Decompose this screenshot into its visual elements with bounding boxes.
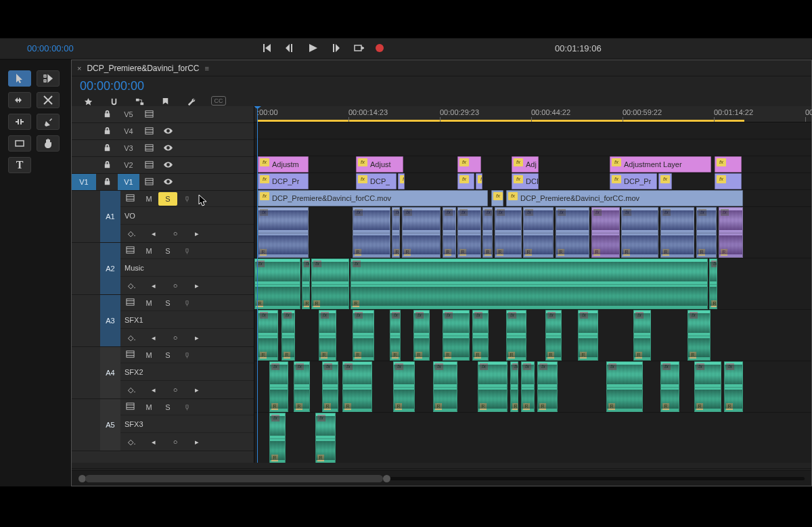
add-keyframe-icon[interactable]: ○ [169, 281, 181, 290]
track-target[interactable]: A2 [100, 243, 120, 294]
fx-badge-icon[interactable]: fx [478, 175, 482, 183]
audio-track-A4[interactable]: fxRfxRfxRfxRfxRfxRfxRfxRfxRfxRfxRfxRfxRf… [254, 361, 811, 413]
voice-record-icon[interactable]: 🎙 [177, 296, 196, 310]
add-keyframe-icon[interactable]: ○ [169, 386, 181, 394]
fx-badge-icon[interactable]: fx [260, 192, 269, 200]
sequence-tab-name[interactable]: DCP_Premiere&Davinci_forCC [87, 64, 199, 73]
audio-clip[interactable]: fxR [269, 413, 286, 463]
toggle-track-output-icon[interactable] [158, 177, 177, 187]
video-clip[interactable]: fxDCP_Pr [258, 173, 309, 189]
sync-lock-icon[interactable] [139, 177, 158, 187]
audio-clip[interactable]: fxR [478, 361, 508, 412]
audio-clip[interactable]: fxR [521, 361, 535, 412]
audio-clip[interactable]: fxR [660, 207, 694, 258]
track-select-fwd-icon[interactable] [37, 70, 60, 87]
audio-clip[interactable]: fxR [269, 361, 288, 412]
video-clip[interactable]: fx [491, 190, 503, 206]
video-track-header-V3[interactable]: V3 [72, 140, 254, 157]
keyframe-type-icon[interactable]: ◇. [126, 438, 138, 446]
prev-keyframe-icon[interactable]: ◂ [148, 334, 160, 342]
audio-clip[interactable]: fxR [258, 310, 278, 361]
track-target[interactable]: V2 [118, 161, 139, 169]
audio-clip[interactable]: fxR [482, 207, 493, 258]
video-clip[interactable]: fxDCP_Pr [610, 173, 657, 189]
track-target[interactable]: A3 [100, 295, 120, 346]
goto-in-icon[interactable] [261, 42, 273, 54]
rectangle-tool-icon[interactable] [8, 135, 31, 152]
voice-record-icon[interactable]: 🎙 [177, 348, 196, 362]
fx-badge-icon[interactable]: fx [358, 175, 367, 183]
time-ruler[interactable]: :00:0000:00:14:2300:00:29:2300:00:44:220… [254, 106, 811, 122]
fx-badge-icon[interactable]: fx [260, 158, 269, 166]
sync-lock-icon[interactable] [139, 110, 158, 120]
work-area-bar[interactable] [257, 120, 744, 122]
track-content-area[interactable]: fxAdjustmfxAdjustfxfxAdjfxAdjustment Lay… [254, 106, 811, 463]
track-target[interactable]: V4 [118, 127, 139, 135]
fx-badge-icon[interactable]: fx [717, 175, 726, 183]
audio-clip[interactable]: fxR [694, 361, 721, 412]
sync-lock-icon[interactable] [120, 350, 139, 360]
keyframe-type-icon[interactable]: ◇. [126, 334, 138, 342]
markers-icon[interactable] [160, 96, 171, 107]
video-track-V5[interactable] [254, 122, 811, 139]
sync-lock-icon[interactable] [120, 193, 139, 204]
audio-clip[interactable]: fxR [319, 310, 336, 361]
audio-clip[interactable]: fxR [687, 310, 710, 361]
video-clip[interactable]: fx [457, 156, 481, 173]
audio-clip[interactable]: fxR [506, 310, 526, 361]
export-frame-icon[interactable] [353, 42, 365, 54]
lock-icon[interactable] [96, 177, 118, 187]
video-clip[interactable]: fx [457, 173, 474, 189]
video-track-V3[interactable]: fxAdjustmfxAdjustfxfxAdjfxAdjustment Lay… [254, 156, 811, 173]
voice-record-icon[interactable]: 🎙 [177, 192, 196, 206]
add-keyframe-icon[interactable]: ○ [169, 334, 181, 342]
audio-clip[interactable]: fxR [353, 207, 390, 258]
video-clip[interactable]: fxDCP [512, 173, 539, 189]
track-target[interactable]: V1 [118, 174, 139, 190]
settings-wrench-icon[interactable] [185, 96, 196, 107]
audio-clip[interactable]: fxR [402, 207, 441, 258]
type-tool-icon[interactable]: T [8, 157, 31, 173]
audio-clip[interactable]: fxR [294, 361, 310, 412]
audio-clip[interactable]: fxR [660, 361, 679, 412]
voice-record-icon[interactable]: 🎙 [177, 400, 196, 414]
audio-track-header-A2[interactable]: A2MS🎙Music◇.◂○▸ [72, 243, 254, 295]
video-clip[interactable]: fxAdjust [356, 156, 403, 173]
video-clip[interactable]: fx [715, 156, 742, 173]
audio-clip[interactable]: fxR [433, 361, 457, 412]
track-target[interactable]: A5 [100, 399, 120, 451]
audio-clip[interactable]: fxR [315, 413, 336, 463]
fx-badge-icon[interactable]: fx [514, 158, 523, 166]
next-keyframe-icon[interactable]: ▸ [191, 438, 203, 446]
video-clip[interactable]: fxAdjustm [258, 156, 309, 173]
add-keyframe-icon[interactable]: ○ [169, 438, 181, 446]
mute-button[interactable]: M [139, 348, 158, 362]
fx-badge-icon[interactable]: fx [358, 158, 367, 166]
next-keyframe-icon[interactable]: ▸ [191, 334, 203, 342]
video-clip[interactable]: fx [715, 173, 742, 189]
fx-badge-icon[interactable]: fx [508, 192, 518, 200]
razor-tool-icon[interactable] [8, 114, 31, 130]
audio-clip[interactable]: fxR [322, 361, 338, 412]
fx-badge-icon[interactable]: fx [612, 175, 621, 183]
audio-clip[interactable]: fxR [393, 361, 415, 412]
audio-clip[interactable]: fxR [696, 207, 717, 258]
hand-tool-icon[interactable] [37, 135, 60, 152]
selection-tool-icon[interactable] [8, 70, 31, 87]
audio-track-A2[interactable]: fxRfxRfxRfxRfxR [254, 258, 811, 310]
audio-track-label[interactable]: Music [120, 259, 254, 277]
sync-lock-icon[interactable] [139, 160, 158, 170]
solo-button[interactable]: S [158, 400, 177, 414]
add-keyframe-icon[interactable]: ○ [169, 229, 181, 237]
track-target[interactable]: V3 [118, 144, 139, 152]
audio-clip[interactable]: fxR [258, 207, 309, 258]
play-icon[interactable] [307, 42, 319, 54]
close-tab-icon[interactable]: × [77, 64, 81, 72]
audio-clip[interactable]: fxR [390, 310, 401, 361]
fx-badge-icon[interactable]: fx [260, 175, 269, 183]
lock-icon[interactable] [96, 127, 118, 137]
audio-clip[interactable]: fxR [353, 310, 374, 361]
fx-badge-icon[interactable]: fx [400, 175, 405, 183]
prev-keyframe-icon[interactable]: ◂ [148, 229, 160, 238]
audio-clip[interactable]: fxR [724, 361, 743, 412]
